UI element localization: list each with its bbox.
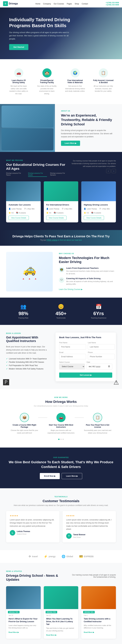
news-title: Drivega Driving School - News & Updates	[6, 574, 70, 582]
course-rating-2: ⭐4.5	[84, 212, 89, 214]
email-input[interactable]	[59, 354, 86, 359]
courses-tabs: Driving Lessons For Teens Driving Lesson…	[6, 172, 70, 177]
course-title-0: Automatic Car Lessons	[8, 204, 38, 206]
partner-name-1: ynergy	[48, 555, 56, 558]
news-excerpt-1: Tips and tricks to help you get started …	[46, 627, 76, 632]
nav-home[interactable]: Home	[36, 3, 40, 5]
course-lessons-2: 📚5 Lessons	[91, 212, 101, 214]
next-arrow[interactable]: ›	[112, 169, 116, 173]
prev-arrow[interactable]: ‹	[106, 169, 110, 173]
check-icon-2: ✓	[6, 364, 8, 366]
lastname-input[interactable]	[88, 344, 115, 350]
news-image-1	[44, 586, 78, 609]
news-card-title-2: Take Driving Lessons with a Certified In…	[84, 618, 114, 623]
logo-text: Drivega	[9, 2, 18, 5]
step-icon-1: 🚗	[56, 413, 66, 422]
learn-courses-button[interactable]: Learn Our Driving Courses ▶	[59, 288, 82, 290]
teacher-icon: 👨‍🏫	[59, 267, 64, 272]
about-image-inner	[0, 104, 55, 152]
date-label: Date	[86, 361, 112, 363]
news-image-0	[6, 586, 41, 609]
course-rating-1: ⭐4.5	[46, 212, 51, 214]
stars-1: ★★★★★	[66, 515, 112, 517]
feature-icon-1: 🏫	[42, 68, 52, 78]
form-course: Select Course Select Course	[59, 361, 85, 370]
form-lastname: Last Name	[88, 342, 115, 350]
nav-courses[interactable]: Our Courses	[54, 3, 64, 5]
nav-pages[interactable]: Pages	[67, 3, 72, 5]
phone-2[interactable]: +1(760) 333 0008	[106, 4, 119, 6]
feature-title-0: Learn Basics Of Driving Safety	[8, 79, 29, 84]
tech-feature-text-0: Learn From Experienced Teachers Our expe…	[66, 267, 116, 275]
about-learn-more-button[interactable]: Learn More ▶	[61, 141, 80, 146]
course-btn-2[interactable]: View Course Details	[84, 216, 104, 220]
appointment-section: 🅿 ⚠ BOOK A LESSON Get Appointment With Q…	[0, 325, 122, 389]
cone-row: 🔺 🔺 🔺	[22, 277, 37, 280]
news-section: NEWS & UPDATES Drivega Driving School - …	[0, 563, 122, 644]
appt-left: BOOK A LESSON Get Appointment With Quali…	[6, 332, 50, 381]
news-card-2: DRIVING TIPS Feb 1 Take Driving Lessons …	[81, 586, 116, 639]
news-meta-2: Feb 1	[84, 614, 114, 616]
course-duration-2: ⏱1 Hour 30m	[99, 208, 110, 210]
news-header-left: NEWS & UPDATES Drivega Driving School - …	[6, 570, 70, 582]
tab-adults[interactable]: Driving Lessons For Adults	[28, 172, 47, 177]
hero-cta-button[interactable]: Get Started	[9, 44, 28, 50]
testimonial-card-1: ★★★★★ Lorem ipsum dolor sit amet, consec…	[62, 511, 116, 542]
feature-desc-0: We teach all the basic safety rules and …	[8, 85, 29, 95]
appt-feature-label-2: Full Preparation for DMV Road Test	[9, 364, 38, 366]
travel-icon: ✈	[28, 554, 31, 558]
nav-contact[interactable]: Contact	[82, 3, 88, 5]
form-submit-button[interactable]: Get Lesson ▶	[59, 372, 112, 378]
check-icon-3: ✓	[6, 368, 8, 370]
global-icon: 🌐	[62, 554, 66, 558]
dot-1[interactable]	[60, 439, 62, 440]
guarantee-section: OUR GUARANTEE We Give Best Guidance To E…	[0, 448, 122, 488]
tech-title: Modern Technologies For Much Easier Driv…	[59, 256, 116, 264]
nav-company[interactable]: Company	[43, 3, 51, 5]
date-input[interactable]	[86, 364, 112, 370]
booking-form: Book Your Lessons, Just Fill-In The Form…	[56, 332, 116, 381]
news-link-1[interactable]: Read More ▶	[46, 634, 56, 636]
tab-seniors[interactable]: Driving Lessons For Seniors	[50, 172, 70, 177]
feature-card-3: 📋 Fully Insured, Licensed & Bonded All o…	[91, 65, 116, 98]
feature-card-2: 🌍 Free International Video & Materials G…	[62, 65, 88, 98]
course-instructor-0: 👤Lorem Thomas	[8, 208, 22, 210]
navbar: D Drivega Home Company Our Courses Pages…	[0, 0, 122, 8]
stat-2: 📅 6Yrs Teaching Experience	[81, 304, 116, 319]
tech-section: 🚕 🔺 🔺 🔺 WHY CHOOSE US Modern Technologie…	[0, 246, 122, 298]
stat-label-2: Teaching Experience	[81, 317, 116, 319]
about-section: ABOUT US We're an Experienced, Trustwort…	[0, 104, 122, 152]
phone-input[interactable]	[88, 354, 115, 359]
courses-subtitle: WHAT WE PROVIDE	[6, 160, 70, 161]
stat-label-0: Passing Rate	[6, 317, 41, 319]
avatar-1: T	[66, 533, 72, 539]
course-btn-0[interactable]: View Course Details	[8, 216, 29, 220]
guarantee-title: We Give Best Guidance To Each Student, T…	[6, 460, 116, 469]
banner-section: Drivega Helps Clients To Pass Test Earn …	[0, 230, 122, 246]
news-card-0: DRIVING TIPS Jan 15 Here's What to Expec…	[6, 586, 41, 639]
enroll-button[interactable]: Enroll Now ▶	[40, 473, 60, 479]
course-select[interactable]: Select Course	[59, 364, 85, 370]
phone-1[interactable]: +1(760) 333 0008	[106, 2, 119, 4]
guarantee-buttons: Enroll Now ▶ Learn More ▶	[6, 473, 116, 479]
firstname-input[interactable]	[59, 344, 86, 350]
dot-0[interactable]	[58, 439, 60, 440]
tech-subtitle: WHY CHOOSE US	[59, 253, 116, 254]
course-btn-1[interactable]: View Course Details	[46, 216, 66, 220]
road-sign-left: 🅿	[3, 379, 9, 386]
news-link-2[interactable]: Read More ▶	[84, 631, 94, 633]
step-icon-2: 📋	[93, 413, 102, 422]
dot-2[interactable]	[62, 439, 64, 440]
testimonials-desc: Here are what our previous customers say…	[6, 504, 116, 506]
tab-teens[interactable]: Driving Lessons For Teens	[6, 172, 25, 177]
banner-link[interactable]: FREE criteria	[46, 239, 57, 241]
about-title: We're an Experienced, Trustworthy, Relia…	[61, 113, 116, 126]
testimonial-author-0: L Leticia Thomas Student Driver	[10, 530, 56, 536]
nav-shop[interactable]: Shop	[75, 3, 79, 5]
course-meta2-2: ⭐4.5 📚5 Lessons	[84, 212, 114, 214]
courses-section: WHAT WE PROVIDE Our Educational Driving …	[0, 152, 122, 230]
learn-more-button[interactable]: Learn More ▶	[62, 473, 82, 479]
news-link-0[interactable]: Read More ▶	[8, 631, 19, 633]
course-image-1	[44, 181, 78, 201]
tech-image: 🚕 🔺 🔺 🔺	[6, 252, 53, 292]
